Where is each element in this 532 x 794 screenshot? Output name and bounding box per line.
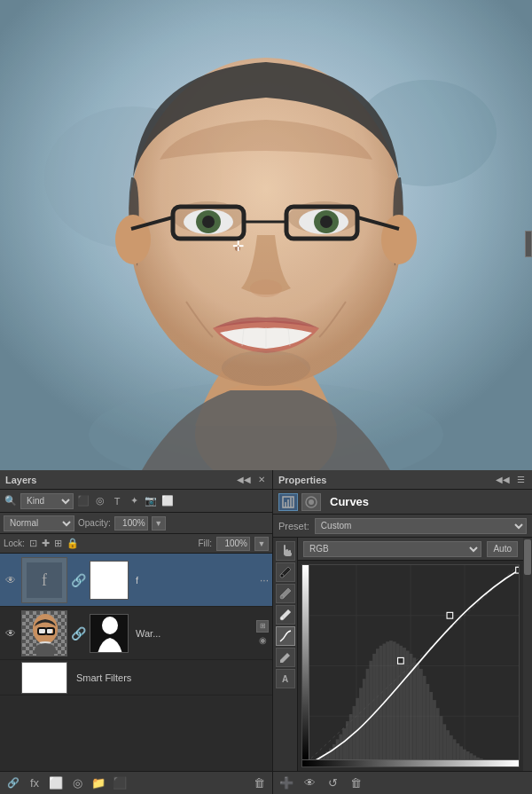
layer-chain-warp[interactable]: 🔗 [71, 626, 86, 641]
svg-rect-73 [366, 669, 370, 766]
auto-button[interactable]: Auto [487, 541, 518, 557]
layer-mask-curves [90, 561, 129, 600]
add-mask-btn[interactable]: ⬜ [48, 775, 64, 791]
lock-pixel-icon[interactable]: ⊡ [29, 538, 37, 549]
curve-smooth-tool[interactable] [276, 626, 295, 646]
delete-layer-btn[interactable]: 🗑 [251, 775, 267, 791]
scrollbar-thumb[interactable] [524, 539, 531, 575]
layer-visibility-curves[interactable]: 👁 [4, 573, 18, 587]
curves-graph[interactable] [301, 564, 520, 767]
input-gradient-bar [302, 759, 519, 766]
text-filter-icon[interactable]: T [110, 494, 124, 508]
lock-label: Lock: [4, 539, 25, 548]
svg-point-38 [102, 617, 118, 634]
preset-label: Preset: [278, 521, 309, 531]
properties-scrollbar[interactable] [523, 538, 532, 771]
fill-input[interactable] [216, 537, 250, 551]
props-mode-toolbar: Curves [273, 490, 532, 515]
opacity-dropdown-btn[interactable]: ▼ [152, 516, 166, 531]
layer-item-curves[interactable]: 👁 f 🔗 f ··· [0, 554, 272, 607]
properties-panel-header: Properties ◀◀ ☰ [273, 470, 532, 490]
svg-rect-92 [429, 692, 433, 766]
svg-rect-78 [383, 644, 387, 766]
props-add-btn[interactable]: ➕ [278, 775, 294, 791]
layer-kind-select[interactable]: Kind [20, 493, 74, 509]
add-style-btn[interactable]: fx [27, 775, 43, 791]
layers-close-btn[interactable]: ✕ [256, 474, 267, 485]
lock-all-icon[interactable]: 🔒 [66, 538, 79, 549]
properties-panel-title: Properties [278, 475, 326, 485]
curves-hand-tool[interactable] [276, 541, 295, 561]
props-tab-adjustment[interactable] [278, 493, 298, 511]
shape-filter-icon[interactable]: ✦ [127, 494, 141, 508]
svg-point-44 [309, 499, 314, 505]
svg-point-45 [280, 574, 284, 578]
smart-filter-label: Smart Filters [71, 672, 269, 683]
eyedropper-gray-tool[interactable] [276, 584, 295, 603]
svg-rect-80 [389, 641, 393, 766]
layer-name-warp: War... [132, 628, 253, 639]
layer-item-warp[interactable]: 👁 🔗 [0, 607, 272, 660]
lock-row: Lock: ⊡ ✚ ⊞ 🔒 Fill: ▼ [0, 534, 272, 554]
svg-rect-81 [393, 641, 396, 766]
svg-rect-69 [353, 706, 356, 766]
opacity-input[interactable] [114, 516, 148, 531]
layer-badges-warp: ⊞ ◉ [256, 620, 269, 647]
artboard-filter-icon[interactable]: ⬜ [160, 494, 175, 508]
eyedropper-black-tool[interactable] [276, 562, 295, 582]
search-icon: 🔍 [4, 494, 18, 508]
panel-collapse-handle[interactable] [525, 231, 532, 257]
svg-rect-88 [416, 663, 419, 766]
output-gradient-bar [302, 565, 309, 759]
link-layers-btn[interactable]: 🔗 [5, 775, 21, 791]
opacity-label: Opacity: [78, 518, 111, 528]
props-bottom-toolbar: ➕ 👁 ↺ 🗑 [273, 771, 532, 794]
svg-rect-123 [516, 567, 519, 573]
props-reset-btn[interactable]: ↺ [325, 775, 340, 791]
properties-menu-btn[interactable]: ☰ [515, 474, 527, 485]
properties-collapse-btn[interactable]: ◀◀ [494, 474, 512, 485]
layer-visibility-warp[interactable]: 👁 [4, 626, 18, 641]
new-adjustment-btn[interactable]: ◎ [69, 775, 85, 791]
adjustment-filter-icon[interactable]: ◎ [93, 494, 107, 508]
props-tab-mask[interactable] [301, 493, 321, 511]
layer-chain-curves[interactable]: 🔗 [71, 573, 86, 587]
layers-header-icons: ◀◀ ✕ [235, 474, 267, 485]
channel-row: RGB Red Green Blue Auto [298, 538, 523, 561]
curves-right-panel: RGB Red Green Blue Auto [298, 538, 523, 771]
pencil-curve-tool[interactable] [276, 648, 295, 667]
layers-kind-toolbar: 🔍 Kind ⬛ ◎ T ✦ 📷 ⬜ [0, 490, 272, 513]
lock-artboard-icon[interactable]: ⊞ [54, 538, 62, 549]
fill-dropdown-btn[interactable]: ▼ [254, 537, 269, 551]
pixel-filter-icon[interactable]: ⬛ [76, 494, 90, 508]
svg-rect-93 [433, 700, 436, 766]
new-layer-btn[interactable]: ⬛ [112, 775, 128, 791]
blend-mode-select[interactable]: Normal [4, 515, 74, 531]
eyedropper-white-tool[interactable] [276, 605, 295, 625]
layer-item-smart-filters[interactable]: 👁 Smart Filters [0, 660, 272, 696]
layers-collapse-btn[interactable]: ◀◀ [235, 474, 253, 485]
layer-options-curves[interactable]: ··· [260, 574, 269, 586]
properties-panel: Properties ◀◀ ☰ Cu [273, 470, 532, 794]
svg-rect-90 [423, 676, 426, 766]
lock-position-icon[interactable]: ✚ [42, 538, 50, 549]
svg-rect-121 [398, 657, 404, 664]
curves-section-title: Curves [330, 495, 369, 508]
new-group-btn[interactable]: 📁 [90, 775, 106, 791]
svg-point-46 [280, 595, 284, 599]
layer-thumb-warp [21, 610, 67, 656]
layers-panel-header: Layers ◀◀ ✕ [0, 470, 272, 490]
smart-filter-icon[interactable]: 📷 [144, 494, 158, 508]
text-annotation-tool[interactable]: A [276, 669, 295, 688]
channel-select[interactable]: RGB Red Green Blue [303, 541, 481, 557]
bottom-panels: Layers ◀◀ ✕ 🔍 Kind ⬛ ◎ T ✦ 📷 ⬜ Normal Op… [0, 470, 532, 794]
preset-select[interactable]: Custom Default Strong Contrast Linear Co… [315, 518, 527, 534]
svg-rect-84 [403, 648, 406, 766]
warp-indicator: ◉ [256, 634, 269, 647]
props-eye-btn[interactable]: 👁 [301, 775, 317, 791]
props-delete-btn[interactable]: 🗑 [348, 775, 364, 791]
blend-mode-row: Normal Opacity: ▼ [0, 513, 272, 534]
layer-name-curves: f [132, 575, 256, 586]
layers-bottom-toolbar: 🔗 fx ⬜ ◎ 📁 ⬛ 🗑 [0, 771, 272, 794]
svg-rect-79 [386, 641, 389, 766]
